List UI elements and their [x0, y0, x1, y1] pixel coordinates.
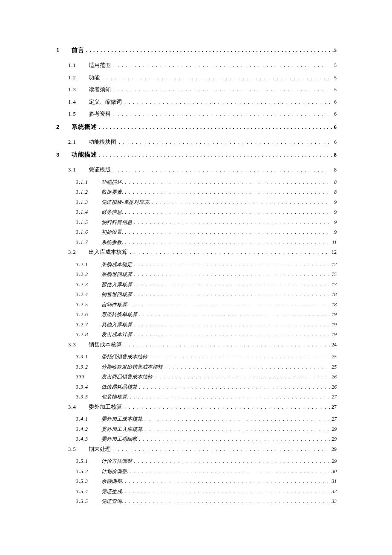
toc-entry: 3.2.4销售退回核算. . . . . . . . . . . . . . .…	[76, 291, 337, 298]
toc-entry: 3.1凭证模版. . . . . . . . . . . . . . . . .…	[68, 166, 337, 174]
toc-entry: 2系统概述. . . . . . . . . . . . . . . . . .…	[55, 123, 337, 131]
toc-entry-title: 形态转换单核算	[101, 311, 137, 318]
toc-entry-number: 1.1	[68, 62, 89, 69]
toc-entry-number: 3.1.6	[76, 229, 101, 235]
toc-entry-title: 功能	[89, 74, 100, 81]
toc-entry-page: 31	[330, 479, 337, 484]
toc-entry-number: 3.1.5	[76, 219, 101, 226]
toc-leader-dots: . . . . . . . . . . . . . . . . . . . . …	[113, 167, 331, 173]
toc-entry-page: 24	[331, 342, 337, 348]
toc-leader-dots: . . . . . . . . . . . . . . . . . . . . …	[113, 446, 331, 453]
toc-entry: 3.1.2数据要素.. . . . . . . . . . . . . . . …	[76, 189, 337, 196]
toc-entry-page: 8	[334, 151, 337, 158]
toc-leader-dots: . . . . . . . . . . . . . . . . . . . . …	[102, 75, 331, 81]
toc-entry: 3.2.6形态转换单核算. . . . . . . . . . . . . . …	[76, 311, 337, 318]
toc-leader-dots: . . . . . . . . . . . . . . . . . . . . …	[139, 436, 330, 442]
toc-entry-title: 委外加工成本核算.	[101, 416, 144, 423]
toc-leader-dots: . . . . . . . . . . . . . . . . . . . . …	[150, 354, 330, 359]
toc-leader-dots: . . . . . . . . . . . . . . . . . . . . …	[113, 62, 331, 69]
toc-entry: 3.2出入库成本核算. . . . . . . . . . . . . . . …	[68, 249, 337, 256]
toc-entry-number: 3.2.7	[76, 322, 101, 328]
toc-entry-title: 采购退回核算	[101, 271, 132, 278]
toc-entry-page: 6	[331, 111, 337, 117]
toc-entry-number: 3.3.1	[76, 354, 101, 360]
toc-entry-page: 5	[334, 47, 337, 54]
toc-entry-number: 2	[55, 124, 72, 130]
toc-entry-page: 9	[330, 209, 337, 215]
toc-entry-title: 发出商品销售成本结转.	[101, 373, 154, 381]
toc-entry-number: 3.3.4	[76, 384, 101, 390]
toc-entry: 3.4.1委外加工成本核算.. . . . . . . . . . . . . …	[76, 416, 337, 423]
toc-entry: 3.2.7其他入库核算. . . . . . . . . . . . . . .…	[76, 321, 337, 328]
toc-entry-title: 定义、缩微词	[89, 99, 122, 106]
toc-entry: 3.5.1计价方法调整. . . . . . . . . . . . . . .…	[76, 458, 337, 465]
toc-entry-page: 25	[330, 354, 337, 359]
toc-leader-dots: . . . . . . . . . . . . . . . . . . . . …	[134, 332, 330, 337]
toc-leader-dots: . . . . . . . . . . . . . . . . . . . . …	[139, 312, 330, 317]
toc-entry-page: 25	[330, 364, 337, 369]
toc-entry-page: 8	[330, 189, 337, 195]
toc-entry-title: 凭证查询.	[101, 498, 123, 505]
toc-entry-title: 委外加工明细帐	[101, 436, 137, 443]
toc-entry-page: 6	[331, 99, 337, 105]
toc-leader-dots: . . . . . . . . . . . . . . . . . . . . …	[125, 499, 330, 504]
toc-entry-page: 27	[330, 416, 337, 421]
toc-leader-dots: . . . . . . . . . . . . . . . . . . . . …	[124, 342, 331, 348]
toc-entry-title: 自制件核算.	[101, 301, 128, 308]
toc-entry-number: 3.2.4	[76, 291, 101, 298]
toc-leader-dots: . . . . . . . . . . . . . . . . . . . . …	[152, 200, 330, 205]
toc-entry-title: 系统概述	[72, 123, 97, 131]
toc-entry-page: 19	[330, 322, 337, 327]
toc-entry-number: 3.3.5	[76, 394, 101, 400]
toc-entry-title: 前言	[72, 46, 84, 54]
toc-leader-dots: . . . . . . . . . . . . . . . . . . . . …	[125, 479, 330, 484]
toc-entry-title: 委外加工入库核算.	[101, 426, 144, 433]
toc-entry-number: 3.2.3	[76, 282, 101, 288]
toc-entry-title: 其他入库核算	[101, 321, 132, 328]
toc-entry-number: 3.4.2	[76, 426, 101, 433]
toc-entry-number: 3.1.4	[76, 209, 101, 215]
toc-entry-page: 27	[330, 394, 337, 399]
toc-entry-title: 委托代销售成本结转.	[101, 353, 149, 360]
toc-entry-title: 系统参数.	[101, 239, 123, 246]
toc-entry: 3.5期末处理. . . . . . . . . . . . . . . . .…	[68, 446, 337, 453]
toc-entry: 3.5.3余额调整.. . . . . . . . . . . . . . . …	[76, 478, 337, 485]
toc-leader-dots: . . . . . . . . . . . . . . . . . . . . …	[134, 272, 330, 277]
toc-entry-page: 9	[330, 220, 337, 225]
toc-entry: 3.4委外加工核算. . . . . . . . . . . . . . . .…	[68, 404, 337, 411]
toc-entry: 3.2.1采购成本确定. . . . . . . . . . . . . . .…	[76, 261, 337, 268]
toc-entry-number: 3.1.2	[76, 189, 101, 195]
toc-entry: 3.4.3委外加工明细帐. . . . . . . . . . . . . . …	[76, 436, 337, 443]
toc-entry-page: 5	[331, 87, 337, 93]
toc-leader-dots: . . . . . . . . . . . . . . . . . . . . …	[99, 151, 334, 158]
toc-entry-number: 3.2.2	[76, 271, 101, 278]
toc-entry-title: 初始设置.	[101, 229, 123, 236]
toc-leader-dots: . . . . . . . . . . . . . . . . . . . . …	[134, 292, 330, 297]
table-of-contents: 1前言. . . . . . . . . . . . . . . . . . .…	[55, 46, 337, 505]
toc-entry-page: 12	[331, 249, 337, 256]
toc-entry-number: 3.2.6	[76, 311, 101, 318]
toc-entry: 3.1.3凭证模板-单据对应表.. . . . . . . . . . . . …	[76, 199, 337, 206]
toc-entry-number: 3.1	[68, 167, 89, 173]
toc-entry-number: 3.2	[68, 249, 89, 256]
toc-entry: 1.2功能. . . . . . . . . . . . . . . . . .…	[68, 74, 337, 81]
toc-entry: 3.3.2分期收款发出销售成本结转. . . . . . . . . . . .…	[76, 363, 337, 371]
toc-leader-dots: . . . . . . . . . . . . . . . . . . . . …	[124, 99, 331, 105]
toc-entry: 3.3销售成本核算. . . . . . . . . . . . . . . .…	[68, 341, 337, 349]
toc-entry-title: 采购成本确定	[101, 261, 132, 268]
toc-entry-title: 出入库成本核算	[89, 249, 127, 256]
toc-entry-title: 包装物核算.	[101, 393, 128, 401]
toc-entry-number: 333	[76, 374, 101, 380]
toc-leader-dots: . . . . . . . . . . . . . . . . . . . . …	[125, 489, 330, 494]
toc-entry-title: 低值易耗品核算	[101, 384, 137, 391]
toc-entry-number: 3.4.3	[76, 436, 101, 442]
toc-entry: 3.2.2采购退回核算. . . . . . . . . . . . . . .…	[76, 271, 337, 278]
toc-entry-page: 29	[331, 446, 337, 453]
toc-leader-dots: . . . . . . . . . . . . . . . . . . . . …	[134, 220, 330, 225]
toc-entry-number: 3.2.8	[76, 331, 101, 338]
toc-entry: 3.1.1功能描述.. . . . . . . . . . . . . . . …	[76, 179, 337, 186]
toc-entry-title: 销售成本核算	[89, 341, 122, 349]
toc-entry-page: 29	[330, 436, 337, 442]
toc-entry: 3.3.5包装物核算.. . . . . . . . . . . . . . .…	[76, 393, 337, 401]
toc-entry-title: 发出成本计算	[101, 331, 132, 338]
